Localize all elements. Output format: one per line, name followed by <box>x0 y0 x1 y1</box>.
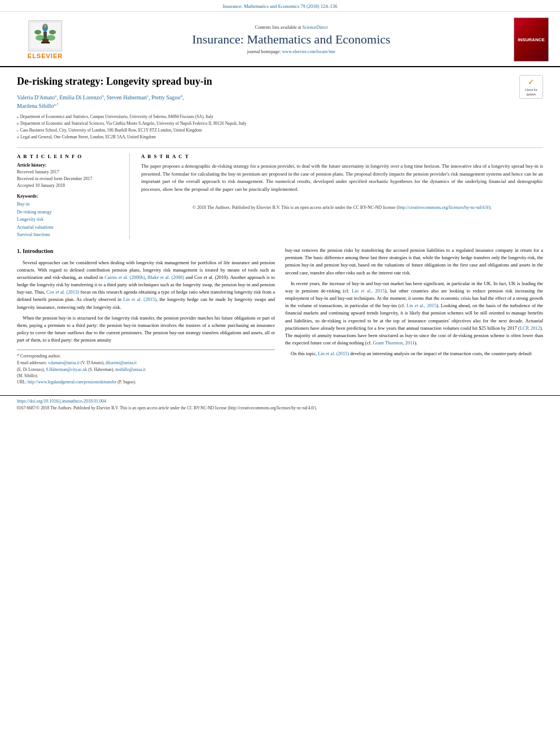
keyword-2: De-risking strategy <box>17 208 121 216</box>
keyword-4: Actuarial valuations <box>17 224 121 231</box>
journal-homepage-line: journal homepage: www.elsevier.com/locat… <box>85 49 498 54</box>
bottom-bar: https://doi.org/10.1016/j.insmatheco.201… <box>0 395 560 414</box>
check-updates-label: Check for updates <box>525 88 537 96</box>
elsevier-brand-text: ELSEVIER <box>28 53 63 59</box>
top-journal-link[interactable]: Insurance: Mathematics and Economics 79 … <box>222 3 337 9</box>
body-para-right-1: buy-out removes the pension risks by tra… <box>285 247 543 277</box>
email-sibillo[interactable]: msibillo@unisa.it <box>115 367 145 372</box>
section1-num: 1. <box>17 248 21 254</box>
affiliation-b: b Department of Economic and Statistical… <box>17 120 543 127</box>
section1-title: Introduction <box>23 248 53 254</box>
abstract-panel: A B S T R A C T The paper proposes a dem… <box>141 154 543 239</box>
history-revised: Received in revised form December 2017 <box>17 176 121 182</box>
journal-header: ELSEVIER Contents lists available at Sci… <box>0 12 560 67</box>
svg-rect-7 <box>42 39 49 42</box>
footnote-url-line: URL: http://www.legalandgeneral.com/pens… <box>17 379 275 385</box>
ref-lcp[interactable]: LCP, 2012 <box>520 325 540 331</box>
article-title: De-risking strategy: Longevity spread bu… <box>17 75 543 88</box>
abstract-copyright: © 2018 The Authors. Published by Elsevie… <box>141 204 543 211</box>
footnotes-area: * Corresponding author. E-mail addresses… <box>17 350 275 385</box>
keywords-label: Keywords: <box>17 194 121 199</box>
history-accepted: Accepted 10 January 2018 <box>17 182 121 189</box>
elsevier-logo-area: ELSEVIER <box>11 20 79 59</box>
journal-header-center: Contents lists available at ScienceDirec… <box>79 25 504 54</box>
doi-link[interactable]: https://doi.org/10.1016/j.insmatheco.201… <box>17 399 106 404</box>
contents-line: Contents lists available at ScienceDirec… <box>85 25 498 30</box>
section-divider <box>17 147 543 148</box>
body-para-2: When the pension buy-in is structured fo… <box>17 314 275 344</box>
email-haberman[interactable]: S.Haberman@city.ac.uk <box>46 367 87 372</box>
doi-line: https://doi.org/10.1016/j.insmatheco.201… <box>17 399 543 404</box>
journal-url[interactable]: www.elsevier.com/locate/ime <box>282 49 336 54</box>
top-journal-bar: Insurance: Mathematics and Economics 79 … <box>0 0 560 12</box>
abstract-text: The paper proposes a demographic de-risk… <box>141 163 543 212</box>
license-link[interactable]: http://creativecommons.org/licenses/by-n… <box>398 205 489 210</box>
article-info-panel: A R T I C L E I N F O Article history: R… <box>17 154 130 239</box>
ref-grant[interactable]: Grant Thornton, 2011 <box>373 340 415 346</box>
main-content: ✓ Check for updates De-risking strategy:… <box>0 67 560 391</box>
authors-line: Valeria D'Amatoa, Emilia Di Lorenzob, St… <box>17 93 543 110</box>
footnote-email-cont: (E. Di Lorenzo), S.Haberman@city.ac.uk (… <box>17 366 275 373</box>
body-para-right-2: In recent years, the increase of buy-in … <box>285 280 543 347</box>
footnote-email-msibillo: (M. Sibillo). <box>17 373 275 379</box>
ref-lin2015d[interactable]: Lin et al. (2015) <box>318 351 349 356</box>
check-updates-badge: ✓ Check for updates <box>519 75 543 99</box>
affiliations-block: a Department of Economics and Statistics… <box>17 113 543 141</box>
affiliation-a: a Department of Economics and Statistics… <box>17 113 543 120</box>
footnote-email-line: E-mail addresses: v.damato@unisa.it (V. … <box>17 360 275 366</box>
journal-cover-area: INSURANCE <box>504 18 549 62</box>
ref-lin2015c[interactable]: Lin et al., 2015 <box>406 303 436 308</box>
svg-point-4 <box>49 30 56 34</box>
body-content: 1. Introduction Several approaches can b… <box>17 247 543 385</box>
body-para-1: Several approaches can be considered whe… <box>17 259 275 311</box>
journal-cover-image: INSURANCE <box>514 18 549 62</box>
url-sagoo[interactable]: http://www.legalandgeneral.com/pensionri… <box>28 379 116 385</box>
elsevier-emblem <box>28 20 62 51</box>
keyword-1: Buy-in <box>17 200 121 208</box>
history-received: Received January 2017 <box>17 169 121 176</box>
info-abstract-section: A R T I C L E I N F O Article history: R… <box>17 154 543 239</box>
email-dilorenzo[interactable]: diloremi@unina.it <box>106 360 137 365</box>
svg-point-9 <box>44 24 46 28</box>
column-right: buy-out removes the pension risks by tra… <box>285 247 543 385</box>
sciencedirect-link[interactable]: ScienceDirect <box>303 25 328 30</box>
authors-text: Valeria D'Amatoa, Emilia Di Lorenzob, St… <box>17 94 184 109</box>
ref-blake[interactable]: Blake et al. (2006) <box>147 274 184 280</box>
ref-lin2015a[interactable]: Lin et al. (2015) <box>123 296 156 302</box>
license-line: 0167-6687/© 2018 The Authors. Published … <box>17 405 543 411</box>
column-left: 1. Introduction Several approaches can b… <box>17 247 275 385</box>
history-label: Article history: <box>17 163 121 168</box>
email-damato[interactable]: v.damato@unisa.it <box>48 360 80 365</box>
abstract-title: A B S T R A C T <box>141 154 543 159</box>
article-info-title: A R T I C L E I N F O <box>17 154 121 159</box>
ref-cox2013[interactable]: Cox et al. (2013) <box>46 289 79 295</box>
affiliation-c: c Cass Business School, City, University… <box>17 127 543 134</box>
check-icon: ✓ <box>528 77 535 88</box>
ref-cairns[interactable]: Cairns et al. (2006b) <box>104 274 145 280</box>
footnote-star-line: * Corresponding author. <box>17 353 275 360</box>
svg-point-3 <box>34 30 41 34</box>
keyword-3: Longevity risk <box>17 216 121 224</box>
journal-title: Insurance: Mathematics and Economics <box>85 32 498 47</box>
affiliation-d: d Legal and General, One Coleman Street,… <box>17 134 543 141</box>
ref-lin2015b[interactable]: Lin et al., 2015 <box>352 288 384 294</box>
keyword-5: Survival functions <box>17 231 121 239</box>
svg-rect-8 <box>41 42 50 43</box>
section1-heading: 1. Introduction <box>17 247 275 256</box>
body-para-right-3: On this topic, Lin et al. (2015) develop… <box>285 350 543 357</box>
